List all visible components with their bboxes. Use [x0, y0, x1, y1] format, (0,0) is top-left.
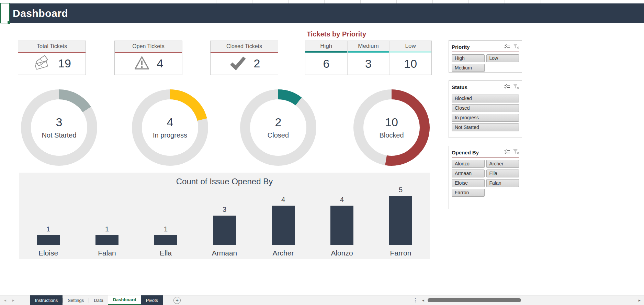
kpi-card-total-tickets: Total Tickets 19: [18, 41, 86, 75]
sheet-nav-left-icon[interactable]: ◄: [3, 298, 7, 302]
multi-select-icon[interactable]: [504, 44, 510, 50]
priority-table: High 6 Medium 3 Low 10: [305, 41, 432, 75]
kpi-label: Closed Tickets: [211, 41, 278, 53]
multi-select-icon[interactable]: [504, 149, 510, 156]
warning-triangle-icon: [134, 55, 150, 72]
category-label: Ella: [136, 249, 195, 257]
slicer-status: Status Blocked Closed In progress Not St…: [449, 80, 522, 138]
priority-table-title: Tickets by Priority: [307, 30, 366, 38]
sheet-tab-dashboard[interactable]: Dashboard: [108, 295, 141, 305]
category-label: Falan: [78, 249, 136, 257]
slicer-item[interactable]: Low: [486, 54, 519, 62]
donut-chart-blocked: 10 Blocked: [352, 88, 431, 167]
bar-data-label: 1: [105, 225, 109, 233]
excel-dashboard-window: Dashboard Total Tickets 19 Open Tickets: [0, 0, 644, 305]
page-title: Dashboard: [0, 3, 644, 23]
bar: [213, 216, 236, 245]
priority-column-low: Low 10: [389, 41, 431, 75]
donut-label: Not Started: [42, 131, 76, 139]
kpi-card-open-tickets: Open Tickets 4: [114, 41, 182, 75]
bar: [272, 206, 295, 245]
bar-data-label: 5: [399, 186, 403, 194]
slicer-item[interactable]: High: [452, 54, 485, 62]
slicer-item[interactable]: Alonzo: [452, 160, 485, 168]
scroll-right-icon[interactable]: ►: [638, 298, 641, 302]
slicer-title: Opened By: [452, 150, 504, 155]
sheet-tab-settings[interactable]: Settings: [63, 295, 89, 305]
new-sheet-button[interactable]: +: [173, 297, 181, 304]
chart-title: Count of Issue Opened By: [19, 173, 430, 186]
donut-value: 3: [56, 116, 63, 128]
kpi-label: Open Tickets: [115, 41, 182, 53]
tab-separator: [163, 298, 163, 303]
donut-label: Closed: [268, 131, 289, 139]
scroll-left-icon[interactable]: ◄: [421, 298, 425, 302]
donut-chart-in-progress: 4 In progress: [131, 88, 210, 167]
donut-chart-not-started: 3 Not Started: [20, 88, 99, 167]
slicer-item[interactable]: Not Started: [452, 123, 519, 131]
priority-column-value: 3: [348, 53, 389, 75]
clear-filter-icon[interactable]: [513, 149, 519, 156]
tab-options-icon[interactable]: ⋮: [413, 297, 418, 303]
fill-handle[interactable]: [7, 21, 10, 24]
checkmark-icon: [228, 55, 247, 72]
sheet-tab-data[interactable]: Data: [89, 295, 108, 305]
slicer-item[interactable]: Archer: [486, 160, 519, 168]
slicer-item[interactable]: Falan: [486, 179, 519, 187]
priority-column-header: Low: [389, 41, 431, 51]
bar: [95, 235, 118, 245]
clear-filter-icon[interactable]: [513, 43, 519, 50]
donut-value: 10: [385, 116, 398, 128]
donut-value: 4: [167, 116, 173, 128]
tickets-icon: [33, 55, 51, 72]
sheet-tab-pivots[interactable]: Pivots: [141, 295, 163, 305]
sheet-tab-instructions[interactable]: Instructions: [30, 295, 63, 305]
bar: [154, 235, 177, 245]
bar-data-label: 1: [46, 225, 50, 233]
bar-data-label: 4: [281, 196, 285, 204]
scrollbar-thumb[interactable]: [428, 298, 521, 302]
horizontal-scrollbar[interactable]: ◄ ►: [421, 298, 641, 303]
kpi-label: Total Tickets: [18, 41, 86, 53]
clear-filter-icon[interactable]: [513, 84, 519, 90]
priority-column-high: High 6: [305, 41, 348, 75]
multi-select-icon[interactable]: [504, 84, 510, 90]
dashboard-header-banner: Dashboard: [0, 3, 644, 23]
bar-data-label: 3: [223, 206, 226, 214]
worksheet-grid-sliver: [0, 0, 644, 3]
scrollbar-track[interactable]: [427, 298, 636, 303]
slicer-item[interactable]: Eloise: [452, 179, 485, 187]
kpi-card-closed-tickets: Closed Tickets 2: [210, 41, 278, 75]
priority-column-header: High: [305, 41, 347, 51]
kpi-value: 2: [254, 57, 260, 70]
bar: [389, 196, 412, 245]
slicer-title: Status: [452, 84, 504, 90]
sheet-tab-bar: ◄ ► Instructions Settings Data Dashboard…: [0, 295, 644, 305]
slicer-title: Priority: [452, 44, 504, 50]
category-label: Farron: [371, 249, 430, 257]
slicer-item[interactable]: Ella: [486, 170, 519, 177]
donut-value: 2: [275, 116, 282, 128]
slicer-item[interactable]: Closed: [452, 104, 519, 112]
priority-column-medium: Medium 3: [348, 41, 390, 75]
donut-label: Blocked: [379, 131, 404, 139]
kpi-value: 19: [58, 57, 71, 70]
slicer-priority: Priority High Low Medium: [449, 40, 522, 73]
category-label: Eloise: [19, 249, 78, 257]
donut-label: In progress: [153, 131, 187, 139]
priority-column-value: 10: [389, 53, 431, 75]
slicer-item[interactable]: In progress: [452, 114, 519, 122]
donut-chart-closed: 2 Closed: [239, 88, 318, 167]
category-label: Archer: [254, 249, 313, 257]
priority-column-header: Medium: [348, 41, 389, 51]
slicer-item[interactable]: Farron: [452, 189, 485, 197]
kpi-value: 4: [157, 57, 163, 70]
bar-data-label: 4: [340, 196, 344, 204]
slicer-item[interactable]: Blocked: [452, 95, 519, 102]
selected-cell[interactable]: [0, 3, 10, 23]
slicer-item[interactable]: Armaan: [452, 170, 485, 177]
sheet-nav-right-icon[interactable]: ►: [12, 298, 15, 302]
slicer-item[interactable]: Medium: [452, 64, 485, 72]
bar-chart-count-of-issue: Count of Issue Opened By 1 1 1 3 4 4 5 E…: [19, 173, 430, 259]
slicer-opened-by: Opened By Alonzo Archer Armaan Ella Eloi…: [449, 146, 522, 209]
